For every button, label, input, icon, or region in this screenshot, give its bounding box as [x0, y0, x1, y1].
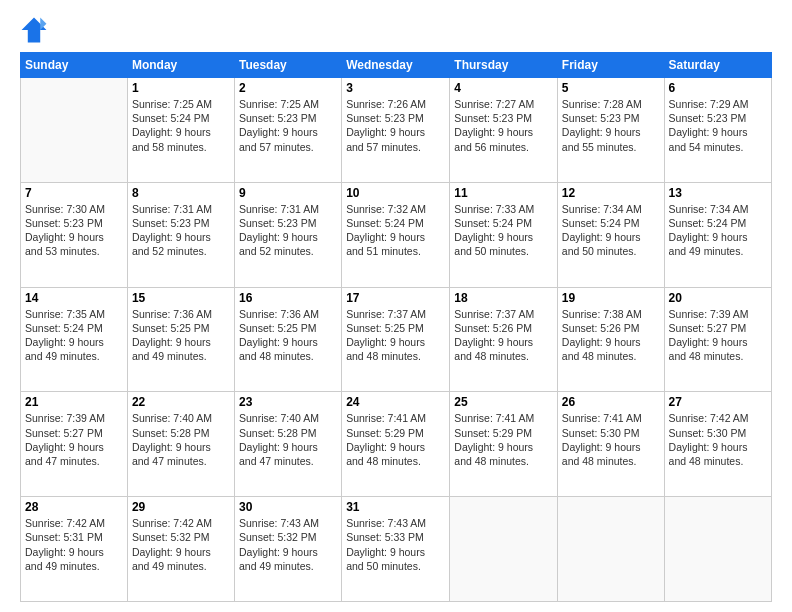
day-number: 18 [454, 291, 553, 305]
sunset-text: Sunset: 5:26 PM [454, 322, 532, 334]
calendar-cell: 15Sunrise: 7:36 AMSunset: 5:25 PMDayligh… [127, 287, 234, 392]
sunset-text: Sunset: 5:24 PM [669, 217, 747, 229]
day-number: 10 [346, 186, 445, 200]
cell-details: Sunrise: 7:35 AMSunset: 5:24 PMDaylight:… [25, 307, 123, 364]
daylight-text: Daylight: 9 hours and 57 minutes. [346, 126, 425, 152]
calendar-cell: 16Sunrise: 7:36 AMSunset: 5:25 PMDayligh… [234, 287, 341, 392]
cell-details: Sunrise: 7:27 AMSunset: 5:23 PMDaylight:… [454, 97, 553, 154]
sunset-text: Sunset: 5:30 PM [562, 427, 640, 439]
daylight-text: Daylight: 9 hours and 48 minutes. [454, 441, 533, 467]
sunset-text: Sunset: 5:23 PM [669, 112, 747, 124]
sunrise-text: Sunrise: 7:37 AM [346, 308, 426, 320]
weekday-header: Monday [127, 53, 234, 78]
sunrise-text: Sunrise: 7:42 AM [669, 412, 749, 424]
sunrise-text: Sunrise: 7:30 AM [25, 203, 105, 215]
cell-details: Sunrise: 7:31 AMSunset: 5:23 PMDaylight:… [132, 202, 230, 259]
calendar-cell: 3Sunrise: 7:26 AMSunset: 5:23 PMDaylight… [342, 78, 450, 183]
cell-details: Sunrise: 7:28 AMSunset: 5:23 PMDaylight:… [562, 97, 660, 154]
sunrise-text: Sunrise: 7:43 AM [346, 517, 426, 529]
calendar-cell: 4Sunrise: 7:27 AMSunset: 5:23 PMDaylight… [450, 78, 558, 183]
weekday-header: Tuesday [234, 53, 341, 78]
calendar-cell: 23Sunrise: 7:40 AMSunset: 5:28 PMDayligh… [234, 392, 341, 497]
sunset-text: Sunset: 5:24 PM [132, 112, 210, 124]
calendar-cell [664, 497, 771, 602]
day-number: 1 [132, 81, 230, 95]
daylight-text: Daylight: 9 hours and 49 minutes. [132, 336, 211, 362]
daylight-text: Daylight: 9 hours and 48 minutes. [669, 336, 748, 362]
day-number: 2 [239, 81, 337, 95]
sunset-text: Sunset: 5:29 PM [454, 427, 532, 439]
daylight-text: Daylight: 9 hours and 53 minutes. [25, 231, 104, 257]
cell-details: Sunrise: 7:25 AMSunset: 5:23 PMDaylight:… [239, 97, 337, 154]
sunrise-text: Sunrise: 7:25 AM [132, 98, 212, 110]
sunset-text: Sunset: 5:24 PM [346, 217, 424, 229]
cell-details: Sunrise: 7:34 AMSunset: 5:24 PMDaylight:… [669, 202, 767, 259]
sunset-text: Sunset: 5:23 PM [562, 112, 640, 124]
day-number: 15 [132, 291, 230, 305]
calendar-cell [21, 78, 128, 183]
cell-details: Sunrise: 7:32 AMSunset: 5:24 PMDaylight:… [346, 202, 445, 259]
sunset-text: Sunset: 5:23 PM [239, 217, 317, 229]
calendar-cell: 10Sunrise: 7:32 AMSunset: 5:24 PMDayligh… [342, 182, 450, 287]
daylight-text: Daylight: 9 hours and 49 minutes. [239, 546, 318, 572]
day-number: 6 [669, 81, 767, 95]
day-number: 16 [239, 291, 337, 305]
header [20, 16, 772, 44]
day-number: 29 [132, 500, 230, 514]
sunset-text: Sunset: 5:23 PM [454, 112, 532, 124]
day-number: 3 [346, 81, 445, 95]
day-number: 26 [562, 395, 660, 409]
cell-details: Sunrise: 7:41 AMSunset: 5:29 PMDaylight:… [454, 411, 553, 468]
day-number: 11 [454, 186, 553, 200]
sunset-text: Sunset: 5:23 PM [346, 112, 424, 124]
sunrise-text: Sunrise: 7:31 AM [132, 203, 212, 215]
sunset-text: Sunset: 5:31 PM [25, 531, 103, 543]
day-number: 28 [25, 500, 123, 514]
cell-details: Sunrise: 7:36 AMSunset: 5:25 PMDaylight:… [239, 307, 337, 364]
calendar-week-row: 28Sunrise: 7:42 AMSunset: 5:31 PMDayligh… [21, 497, 772, 602]
day-number: 30 [239, 500, 337, 514]
daylight-text: Daylight: 9 hours and 51 minutes. [346, 231, 425, 257]
day-number: 4 [454, 81, 553, 95]
calendar-cell [557, 497, 664, 602]
sunset-text: Sunset: 5:32 PM [239, 531, 317, 543]
day-number: 31 [346, 500, 445, 514]
cell-details: Sunrise: 7:41 AMSunset: 5:30 PMDaylight:… [562, 411, 660, 468]
sunrise-text: Sunrise: 7:26 AM [346, 98, 426, 110]
calendar-cell: 5Sunrise: 7:28 AMSunset: 5:23 PMDaylight… [557, 78, 664, 183]
sunset-text: Sunset: 5:25 PM [239, 322, 317, 334]
sunrise-text: Sunrise: 7:40 AM [239, 412, 319, 424]
cell-details: Sunrise: 7:39 AMSunset: 5:27 PMDaylight:… [669, 307, 767, 364]
daylight-text: Daylight: 9 hours and 49 minutes. [25, 336, 104, 362]
cell-details: Sunrise: 7:43 AMSunset: 5:33 PMDaylight:… [346, 516, 445, 573]
daylight-text: Daylight: 9 hours and 54 minutes. [669, 126, 748, 152]
calendar-cell: 20Sunrise: 7:39 AMSunset: 5:27 PMDayligh… [664, 287, 771, 392]
calendar-cell: 12Sunrise: 7:34 AMSunset: 5:24 PMDayligh… [557, 182, 664, 287]
day-number: 22 [132, 395, 230, 409]
sunrise-text: Sunrise: 7:37 AM [454, 308, 534, 320]
daylight-text: Daylight: 9 hours and 50 minutes. [454, 231, 533, 257]
day-number: 21 [25, 395, 123, 409]
calendar-cell: 13Sunrise: 7:34 AMSunset: 5:24 PMDayligh… [664, 182, 771, 287]
day-number: 5 [562, 81, 660, 95]
calendar-cell: 1Sunrise: 7:25 AMSunset: 5:24 PMDaylight… [127, 78, 234, 183]
sunrise-text: Sunrise: 7:29 AM [669, 98, 749, 110]
calendar-cell: 30Sunrise: 7:43 AMSunset: 5:32 PMDayligh… [234, 497, 341, 602]
calendar-week-row: 14Sunrise: 7:35 AMSunset: 5:24 PMDayligh… [21, 287, 772, 392]
calendar-cell: 26Sunrise: 7:41 AMSunset: 5:30 PMDayligh… [557, 392, 664, 497]
sunset-text: Sunset: 5:24 PM [562, 217, 640, 229]
day-number: 24 [346, 395, 445, 409]
daylight-text: Daylight: 9 hours and 48 minutes. [562, 336, 641, 362]
logo-icon [20, 16, 48, 44]
sunset-text: Sunset: 5:28 PM [132, 427, 210, 439]
calendar-week-row: 21Sunrise: 7:39 AMSunset: 5:27 PMDayligh… [21, 392, 772, 497]
cell-details: Sunrise: 7:40 AMSunset: 5:28 PMDaylight:… [132, 411, 230, 468]
cell-details: Sunrise: 7:40 AMSunset: 5:28 PMDaylight:… [239, 411, 337, 468]
cell-details: Sunrise: 7:39 AMSunset: 5:27 PMDaylight:… [25, 411, 123, 468]
cell-details: Sunrise: 7:29 AMSunset: 5:23 PMDaylight:… [669, 97, 767, 154]
sunset-text: Sunset: 5:23 PM [239, 112, 317, 124]
day-number: 20 [669, 291, 767, 305]
sunrise-text: Sunrise: 7:32 AM [346, 203, 426, 215]
calendar-cell: 8Sunrise: 7:31 AMSunset: 5:23 PMDaylight… [127, 182, 234, 287]
sunset-text: Sunset: 5:28 PM [239, 427, 317, 439]
